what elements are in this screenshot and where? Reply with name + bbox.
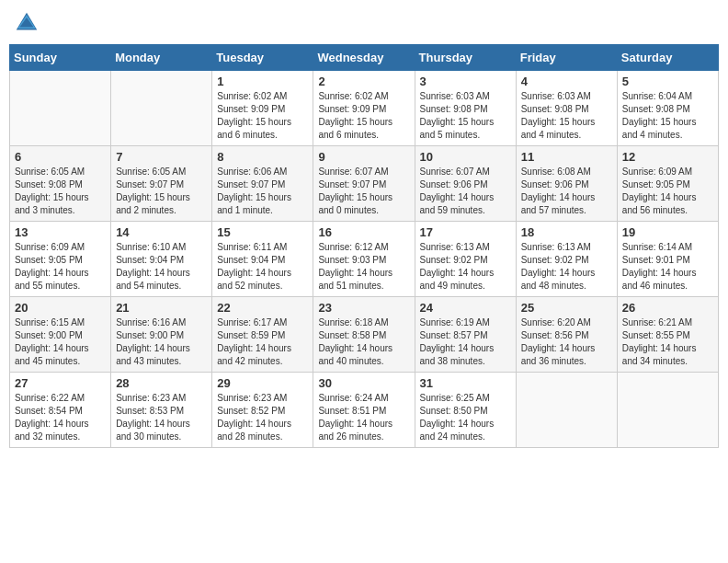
day-number: 19 <box>622 225 713 239</box>
day-info: Sunrise: 6:07 AMSunset: 9:07 PMDaylight:… <box>318 166 409 217</box>
day-number: 18 <box>521 225 612 239</box>
page-header <box>9 9 719 37</box>
calendar-day-cell: 3Sunrise: 6:03 AMSunset: 9:08 PMDaylight… <box>415 71 516 146</box>
day-of-week-header: Tuesday <box>212 45 313 71</box>
calendar-header-row: SundayMondayTuesdayWednesdayThursdayFrid… <box>10 45 719 71</box>
day-info: Sunrise: 6:02 AMSunset: 9:09 PMDaylight:… <box>217 90 308 142</box>
day-number: 8 <box>217 150 308 164</box>
calendar-day-cell: 19Sunrise: 6:14 AMSunset: 9:01 PMDayligh… <box>617 222 718 297</box>
day-number: 7 <box>116 150 207 164</box>
calendar-day-cell: 30Sunrise: 6:24 AMSunset: 8:51 PMDayligh… <box>313 373 415 448</box>
calendar-day-cell: 17Sunrise: 6:13 AMSunset: 9:02 PMDayligh… <box>415 222 516 297</box>
calendar-day-cell: 15Sunrise: 6:11 AMSunset: 9:04 PMDayligh… <box>212 222 313 297</box>
day-number: 2 <box>318 75 409 88</box>
day-info: Sunrise: 6:15 AMSunset: 9:00 PMDaylight:… <box>15 316 106 368</box>
calendar-day-cell: 9Sunrise: 6:07 AMSunset: 9:07 PMDaylight… <box>313 146 415 222</box>
calendar-day-cell: 7Sunrise: 6:05 AMSunset: 9:07 PMDaylight… <box>111 146 212 222</box>
calendar-day-cell: 22Sunrise: 6:17 AMSunset: 8:59 PMDayligh… <box>212 297 313 373</box>
day-info: Sunrise: 6:05 AMSunset: 9:08 PMDaylight:… <box>15 166 106 217</box>
calendar-week-row: 13Sunrise: 6:09 AMSunset: 9:05 PMDayligh… <box>10 222 719 297</box>
calendar-day-cell: 6Sunrise: 6:05 AMSunset: 9:08 PMDaylight… <box>10 146 111 222</box>
calendar-day-cell: 20Sunrise: 6:15 AMSunset: 9:00 PMDayligh… <box>10 297 111 373</box>
calendar-day-cell <box>617 373 718 448</box>
day-of-week-header: Thursday <box>415 45 516 71</box>
day-of-week-header: Sunday <box>10 45 111 71</box>
calendar-week-row: 20Sunrise: 6:15 AMSunset: 9:00 PMDayligh… <box>10 297 719 373</box>
day-info: Sunrise: 6:04 AMSunset: 9:08 PMDaylight:… <box>622 90 713 142</box>
calendar-day-cell: 23Sunrise: 6:18 AMSunset: 8:58 PMDayligh… <box>313 297 415 373</box>
day-number: 9 <box>318 150 409 164</box>
day-info: Sunrise: 6:07 AMSunset: 9:06 PMDaylight:… <box>420 166 511 217</box>
day-of-week-header: Monday <box>111 45 212 71</box>
calendar-day-cell: 31Sunrise: 6:25 AMSunset: 8:50 PMDayligh… <box>415 373 516 448</box>
calendar-day-cell: 11Sunrise: 6:08 AMSunset: 9:06 PMDayligh… <box>516 146 617 222</box>
day-number: 17 <box>420 225 511 239</box>
calendar-day-cell: 16Sunrise: 6:12 AMSunset: 9:03 PMDayligh… <box>313 222 415 297</box>
logo <box>13 9 44 37</box>
day-info: Sunrise: 6:11 AMSunset: 9:04 PMDaylight:… <box>217 241 308 293</box>
day-info: Sunrise: 6:21 AMSunset: 8:55 PMDaylight:… <box>622 316 713 368</box>
day-info: Sunrise: 6:13 AMSunset: 9:02 PMDaylight:… <box>521 241 612 293</box>
day-number: 30 <box>318 376 409 390</box>
calendar-day-cell: 27Sunrise: 6:22 AMSunset: 8:54 PMDayligh… <box>10 373 111 448</box>
day-info: Sunrise: 6:19 AMSunset: 8:57 PMDaylight:… <box>420 316 511 368</box>
calendar-day-cell: 24Sunrise: 6:19 AMSunset: 8:57 PMDayligh… <box>415 297 516 373</box>
calendar-day-cell: 2Sunrise: 6:02 AMSunset: 9:09 PMDaylight… <box>313 71 415 146</box>
day-info: Sunrise: 6:20 AMSunset: 8:56 PMDaylight:… <box>521 316 612 368</box>
calendar-week-row: 27Sunrise: 6:22 AMSunset: 8:54 PMDayligh… <box>10 373 719 448</box>
calendar-day-cell: 12Sunrise: 6:09 AMSunset: 9:05 PMDayligh… <box>617 146 718 222</box>
day-info: Sunrise: 6:24 AMSunset: 8:51 PMDaylight:… <box>318 392 409 443</box>
day-number: 22 <box>217 301 308 315</box>
calendar-week-row: 1Sunrise: 6:02 AMSunset: 9:09 PMDaylight… <box>10 71 719 146</box>
calendar-day-cell: 25Sunrise: 6:20 AMSunset: 8:56 PMDayligh… <box>516 297 617 373</box>
day-number: 11 <box>521 150 612 164</box>
day-number: 1 <box>217 75 308 88</box>
day-of-week-header: Friday <box>516 45 617 71</box>
calendar-day-cell: 14Sunrise: 6:10 AMSunset: 9:04 PMDayligh… <box>111 222 212 297</box>
day-info: Sunrise: 6:25 AMSunset: 8:50 PMDaylight:… <box>420 392 511 443</box>
day-info: Sunrise: 6:22 AMSunset: 8:54 PMDaylight:… <box>15 392 106 443</box>
day-number: 6 <box>15 150 106 164</box>
calendar-day-cell <box>516 373 617 448</box>
day-number: 29 <box>217 376 308 390</box>
day-of-week-header: Saturday <box>617 45 718 71</box>
day-info: Sunrise: 6:05 AMSunset: 9:07 PMDaylight:… <box>116 166 207 217</box>
calendar-day-cell: 29Sunrise: 6:23 AMSunset: 8:52 PMDayligh… <box>212 373 313 448</box>
day-info: Sunrise: 6:18 AMSunset: 8:58 PMDaylight:… <box>318 316 409 368</box>
day-info: Sunrise: 6:03 AMSunset: 9:08 PMDaylight:… <box>420 90 511 142</box>
day-info: Sunrise: 6:23 AMSunset: 8:52 PMDaylight:… <box>217 392 308 443</box>
calendar-day-cell <box>10 71 111 146</box>
day-info: Sunrise: 6:14 AMSunset: 9:01 PMDaylight:… <box>622 241 713 293</box>
calendar-day-cell: 4Sunrise: 6:03 AMSunset: 9:08 PMDaylight… <box>516 71 617 146</box>
calendar-day-cell: 21Sunrise: 6:16 AMSunset: 9:00 PMDayligh… <box>111 297 212 373</box>
day-of-week-header: Wednesday <box>313 45 415 71</box>
day-number: 20 <box>15 301 106 315</box>
calendar-week-row: 6Sunrise: 6:05 AMSunset: 9:08 PMDaylight… <box>10 146 719 222</box>
day-info: Sunrise: 6:02 AMSunset: 9:09 PMDaylight:… <box>318 90 409 142</box>
calendar-day-cell: 26Sunrise: 6:21 AMSunset: 8:55 PMDayligh… <box>617 297 718 373</box>
day-info: Sunrise: 6:12 AMSunset: 9:03 PMDaylight:… <box>318 241 409 293</box>
day-number: 31 <box>420 376 511 390</box>
day-number: 23 <box>318 301 409 315</box>
day-number: 28 <box>116 376 207 390</box>
day-info: Sunrise: 6:08 AMSunset: 9:06 PMDaylight:… <box>521 166 612 217</box>
calendar-day-cell: 28Sunrise: 6:23 AMSunset: 8:53 PMDayligh… <box>111 373 212 448</box>
logo-icon <box>13 9 40 37</box>
day-number: 10 <box>420 150 511 164</box>
day-number: 27 <box>15 376 106 390</box>
day-info: Sunrise: 6:06 AMSunset: 9:07 PMDaylight:… <box>217 166 308 217</box>
day-number: 13 <box>15 225 106 239</box>
calendar-table: SundayMondayTuesdayWednesdayThursdayFrid… <box>9 44 719 448</box>
day-number: 4 <box>521 75 612 88</box>
day-info: Sunrise: 6:13 AMSunset: 9:02 PMDaylight:… <box>420 241 511 293</box>
day-number: 12 <box>622 150 713 164</box>
day-info: Sunrise: 6:09 AMSunset: 9:05 PMDaylight:… <box>622 166 713 217</box>
calendar-day-cell: 8Sunrise: 6:06 AMSunset: 9:07 PMDaylight… <box>212 146 313 222</box>
day-number: 25 <box>521 301 612 315</box>
day-number: 26 <box>622 301 713 315</box>
day-info: Sunrise: 6:03 AMSunset: 9:08 PMDaylight:… <box>521 90 612 142</box>
calendar-day-cell: 1Sunrise: 6:02 AMSunset: 9:09 PMDaylight… <box>212 71 313 146</box>
day-info: Sunrise: 6:23 AMSunset: 8:53 PMDaylight:… <box>116 392 207 443</box>
calendar-day-cell: 5Sunrise: 6:04 AMSunset: 9:08 PMDaylight… <box>617 71 718 146</box>
day-info: Sunrise: 6:17 AMSunset: 8:59 PMDaylight:… <box>217 316 308 368</box>
